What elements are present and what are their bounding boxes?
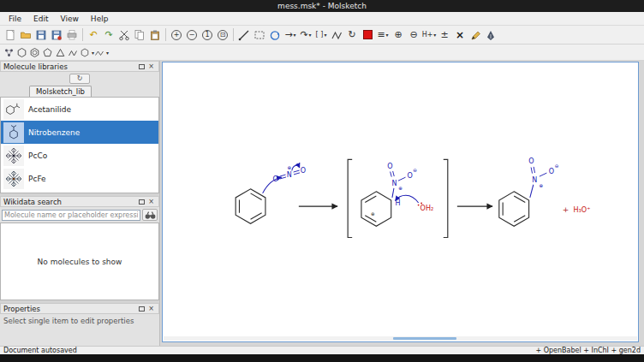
rotate-tool-button[interactable] [267, 27, 283, 43]
curved-arrow-tool-button[interactable]: ↷▾ [298, 27, 313, 43]
pencil-button[interactable] [468, 27, 483, 43]
reaction-scheme: O N O ⊕ [163, 62, 638, 341]
float-panel-button[interactable] [137, 197, 146, 206]
atom-label-h: H [395, 199, 400, 207]
float-panel-button[interactable] [137, 62, 146, 71]
charge-plus-button[interactable]: ⊕ [391, 27, 406, 43]
float-icon [139, 306, 145, 312]
water-nucleophile[interactable]: OH₂ [395, 195, 433, 212]
taskbar [0, 354, 644, 362]
menu-edit[interactable]: Edit [27, 13, 54, 25]
hexagon-icon [16, 47, 27, 58]
status-message: Document autosaved [3, 347, 77, 354]
draw-tool-button[interactable] [236, 27, 252, 43]
charge-minus-label: ⊖ [555, 163, 559, 168]
delete-button[interactable]: × [452, 27, 468, 43]
cyclohexane-template-button[interactable] [15, 46, 28, 59]
ring-template-dropdown-button[interactable]: ▾ [80, 46, 94, 59]
list-item-acetanilide[interactable]: Acetanilide [1, 98, 158, 121]
color-swatch-button[interactable] [360, 27, 375, 43]
list-item-nitrobenzene[interactable]: Nitrobenzene [1, 121, 158, 144]
hydrogen-stepper-button[interactable]: ± [437, 27, 452, 43]
scissors-icon [118, 29, 130, 41]
save-as-button[interactable] [49, 27, 64, 43]
copy-button[interactable] [132, 27, 147, 43]
wikidata-search-header: Wikidata search × [0, 196, 159, 207]
open-file-button[interactable] [18, 27, 33, 43]
mechanism-arrows-left[interactable] [263, 165, 300, 193]
title-bar[interactable]: mess.msk* - Molsketch [0, 0, 644, 12]
status-plugins: + OpenBabel + InChI + gen2d [536, 347, 641, 354]
print-button[interactable] [64, 27, 80, 43]
cyclopentane-template-button[interactable] [41, 46, 54, 59]
chevron-down-icon: ▾ [106, 50, 109, 56]
zoom-in-button[interactable]: + [169, 27, 184, 43]
open-folder-icon [20, 29, 32, 41]
lasso-select-icon [253, 29, 265, 41]
list-item-pcco[interactable]: PcCo [1, 144, 158, 167]
tab-molsketch-lib[interactable]: Molsketch_lib [29, 86, 92, 97]
molecule-thumbnail [3, 145, 24, 166]
reactant-benzene[interactable] [236, 189, 265, 223]
menu-help[interactable]: Help [85, 13, 115, 25]
list-item-label: PcFe [28, 175, 46, 183]
select-tool-button[interactable] [252, 27, 267, 43]
properties-hint: Select single item to edit properties [0, 314, 159, 346]
zoom-out-button[interactable]: − [184, 27, 200, 43]
cyclopropane-template-button[interactable] [54, 46, 67, 59]
line-width-button[interactable]: ≡▾ [375, 27, 391, 43]
pen-tool-button[interactable] [483, 27, 498, 43]
molecule-thumbnail [3, 122, 24, 143]
scrollbar-thumb[interactable] [393, 337, 456, 340]
drawing-canvas[interactable]: O N O ⊕ [162, 62, 639, 342]
bracket-tool-button[interactable]: [ ]▾ [313, 27, 329, 43]
search-button[interactable] [142, 209, 158, 221]
byproduct-hydronium[interactable]: + H₃O⁺ [563, 205, 591, 214]
undo-button[interactable]: ↶ [86, 27, 101, 43]
rotate-ccw-button[interactable]: ↻ [344, 27, 360, 43]
library-settings-button[interactable]: ↻ [69, 74, 90, 84]
paste-button[interactable] [147, 27, 163, 43]
group-template-dropdown-button[interactable]: ▾ [94, 46, 109, 59]
benzene-icon [29, 47, 40, 58]
triangle-icon [55, 47, 66, 58]
nitronium-ion[interactable]: O N O ⊕ [273, 165, 307, 183]
save-button[interactable] [33, 27, 49, 43]
menu-view[interactable]: View [55, 13, 85, 25]
benzene-template-button[interactable] [28, 46, 41, 59]
close-panel-button[interactable]: × [146, 62, 156, 71]
curved-arrow-icon: ↷ [300, 29, 307, 40]
main-area: Molecule libraries × ↻ Molsketch_lib Ace… [0, 61, 644, 346]
new-file-button[interactable] [3, 27, 18, 43]
line-width-icon: ≡ [377, 29, 385, 40]
zoom-fit-button[interactable]: ⊡ [215, 27, 230, 43]
hydrogen-button[interactable]: H+▾ [421, 27, 437, 43]
arenium-intermediate[interactable]: ⊕ H N O O ⊖ ⊕ [361, 162, 417, 226]
horizontal-scrollbar[interactable] [164, 336, 637, 341]
menu-file[interactable]: File [3, 13, 27, 25]
zoom-original-button[interactable]: 1 [200, 27, 215, 43]
list-item-pcfe[interactable]: PcFe [1, 167, 158, 190]
chain-template-button[interactable] [67, 46, 80, 59]
hydrogen-icon: H+ [422, 31, 433, 39]
chain-tool-button[interactable] [329, 27, 344, 43]
cut-button[interactable] [116, 27, 132, 43]
water-label: OH₂ [420, 205, 434, 212]
properties-panel: Properties × Select single item to edit … [0, 303, 159, 346]
main-toolbar: ↶ ↷ + − 1 ⊡ →▾ ↷▾ [ ]▾ ↻ ≡▾ ⊕ ⊖ H+▾ ± × [0, 26, 644, 45]
close-panel-button[interactable]: × [146, 304, 156, 313]
atoms-button[interactable] [3, 46, 15, 59]
sidebar: Molecule libraries × ↻ Molsketch_lib Ace… [0, 61, 160, 346]
float-panel-button[interactable] [137, 304, 146, 313]
close-panel-button[interactable]: × [146, 197, 156, 206]
charge-minus-button[interactable]: ⊖ [406, 27, 421, 43]
search-input[interactable] [2, 210, 140, 221]
float-icon [139, 64, 145, 69]
molecule-libraries-header: Molecule libraries × [0, 61, 159, 72]
plus-label: + [563, 205, 569, 214]
redo-button[interactable]: ↷ [101, 27, 116, 43]
product-nitrobenzene[interactable]: N O O ⊖ ⊕ [499, 157, 559, 226]
acetanilide-structure-icon [4, 100, 23, 119]
float-icon [139, 199, 145, 205]
arrow-tool-button[interactable]: →▾ [283, 27, 298, 43]
